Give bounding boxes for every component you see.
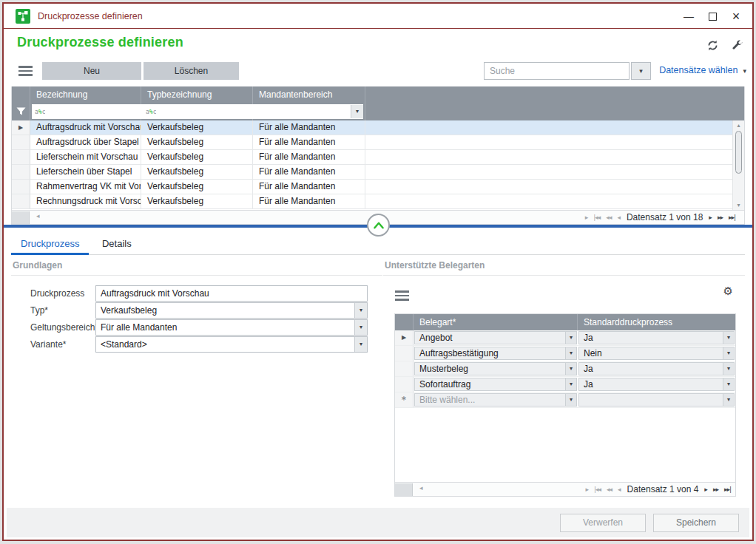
- prev-page-button[interactable]: ◂◂: [606, 214, 611, 221]
- table-row[interactable]: Lieferschein über Stapel Verkaufsbeleg F…: [12, 165, 744, 180]
- maximize-button[interactable]: [701, 4, 724, 29]
- prev-page-button[interactable]: ◂◂: [607, 486, 612, 493]
- titlebar: Druckprozesse definieren — ×: [4, 4, 752, 29]
- column-header-standarddruckprozess[interactable]: Standarddruckprozess: [578, 314, 735, 330]
- scroll-left-icon[interactable]: ◂: [419, 484, 423, 492]
- close-button[interactable]: ×: [724, 4, 748, 29]
- search-options-button[interactable]: ▾: [631, 62, 651, 80]
- last-record-button[interactable]: ▸▸|: [729, 214, 735, 221]
- standarddruckprozess-dropdown[interactable]: Ja▾: [578, 378, 735, 391]
- hscrollbar-thumb[interactable]: [12, 211, 30, 224]
- chevron-down-icon[interactable]: ▾: [565, 347, 576, 359]
- first-record-button[interactable]: |◂◂: [593, 214, 600, 221]
- prev-record-button[interactable]: ◂: [617, 214, 620, 221]
- typ-value: Verkaufsbeleg: [96, 303, 354, 318]
- standarddruckprozess-dropdown[interactable]: Ja▾: [578, 331, 735, 344]
- variante-dropdown[interactable]: <Standard> ▾: [95, 336, 368, 353]
- cell: Für alle Mandanten: [253, 135, 365, 150]
- chevron-down-icon[interactable]: ▾: [723, 332, 734, 344]
- chevron-down-icon[interactable]: ▾: [723, 378, 734, 390]
- belegart-row[interactable]: ▶ Angebot▾ Ja▾: [395, 330, 735, 346]
- autofilter-badge: a%c: [146, 109, 156, 115]
- select-records-dropdown[interactable]: Datensätze wählen▾: [659, 65, 746, 75]
- scroll-left-icon[interactable]: ◂: [36, 212, 40, 220]
- belegart-row[interactable]: Musterbeleg▾ Ja▾: [395, 361, 735, 377]
- druckprozesse-grid: Bezeichnung Typbezeichnung Mandantenbere…: [11, 86, 745, 225]
- new-button[interactable]: Neu: [42, 62, 141, 80]
- chevron-down-icon[interactable]: ▾: [354, 320, 367, 335]
- first-record-button[interactable]: |◂◂: [594, 486, 601, 493]
- belegart-dropdown[interactable]: Sofortauftrag▾: [414, 378, 577, 391]
- belegart-dropdown[interactable]: Musterbeleg▾: [414, 362, 577, 375]
- filter-funnel-cell[interactable]: [12, 103, 30, 120]
- geltungsbereich-dropdown[interactable]: Für alle Mandanten ▾: [95, 319, 368, 336]
- collapse-panel-button[interactable]: [367, 214, 390, 237]
- druckprozess-field[interactable]: Auftragsdruck mit Vorschau: [95, 285, 368, 302]
- select-records-label: Datensätze wählen: [659, 65, 738, 75]
- cell: Verkaufsbeleg: [141, 180, 253, 194]
- belegart-dropdown[interactable]: Angebot▾: [414, 331, 577, 344]
- table-row[interactable]: ▶ Auftragsdruck mit Vorschau Verkaufsbel…: [12, 120, 744, 135]
- hscrollbar-thumb[interactable]: [395, 483, 413, 496]
- chevron-down-icon[interactable]: ▾: [565, 394, 576, 406]
- belegarten-menu-button[interactable]: [395, 290, 409, 301]
- typ-dropdown[interactable]: Verkaufsbeleg ▾: [95, 302, 368, 319]
- scroll-right-icon[interactable]: ▸: [585, 214, 588, 221]
- chevron-down-icon[interactable]: ▾: [723, 394, 734, 406]
- chevron-down-icon[interactable]: ▾: [565, 332, 576, 344]
- column-header-mandantenbereich[interactable]: Mandantenbereich: [253, 86, 365, 103]
- cell: Für alle Mandanten: [253, 120, 365, 135]
- gear-icon[interactable]: ⚙: [723, 285, 733, 298]
- delete-button[interactable]: Löschen: [144, 62, 239, 80]
- chevron-down-icon[interactable]: ▾: [354, 337, 367, 352]
- standarddruckprozess-dropdown[interactable]: Nein▾: [578, 347, 735, 360]
- column-header-typbezeichnung[interactable]: Typbezeichnung: [141, 86, 253, 103]
- belegart-dropdown[interactable]: Auftragsbestätigung▾: [414, 347, 577, 360]
- record-counter: Datensatz 1 von 18: [627, 212, 703, 222]
- table-row[interactable]: Rahmenvertrag VK mit Vor... Verkaufsbele…: [12, 180, 744, 194]
- table-row[interactable]: Rechnungsdruck mit Vorsc... Verkaufsbele…: [12, 194, 744, 209]
- grid-menu-button[interactable]: [18, 66, 33, 76]
- maximize-icon: [709, 13, 717, 21]
- cell: Rechnungsdruck mit Vorsc...: [30, 194, 141, 209]
- next-page-button[interactable]: ▸▸: [713, 486, 718, 493]
- chevron-down-icon[interactable]: ▾: [565, 378, 576, 390]
- belegart-new-row[interactable]: * Bitte wählen...▾ ▾: [395, 392, 735, 408]
- last-record-button[interactable]: ▸▸|: [724, 486, 731, 493]
- chevron-down-icon[interactable]: ▾: [565, 363, 576, 375]
- settings-button[interactable]: [730, 38, 743, 52]
- refresh-icon: [706, 39, 719, 52]
- next-record-button[interactable]: ▸: [709, 214, 712, 221]
- minimize-button[interactable]: —: [677, 4, 701, 29]
- standarddruckprozess-dropdown[interactable]: Ja▾: [578, 362, 735, 375]
- belegart-row[interactable]: Sofortauftrag▾ Ja▾: [395, 377, 735, 392]
- vertical-scrollbar[interactable]: ▴ ▾: [732, 120, 744, 210]
- search-input[interactable]: [484, 62, 630, 80]
- scroll-right-icon[interactable]: ▸: [585, 486, 588, 493]
- autofilter-badge: a%c: [35, 109, 45, 115]
- refresh-button[interactable]: [706, 38, 719, 52]
- belegart-row[interactable]: Auftragsbestätigung▾ Nein▾: [395, 346, 735, 361]
- standarddruckprozess-dropdown[interactable]: ▾: [578, 393, 735, 407]
- table-row[interactable]: Lieferschein mit Vorschau Verkaufsbeleg …: [12, 150, 744, 165]
- tab-druckprozess[interactable]: Druckprozess: [11, 233, 89, 255]
- scrollbar-thumb[interactable]: [735, 131, 742, 174]
- scroll-down-icon[interactable]: ▾: [733, 202, 744, 208]
- prev-record-button[interactable]: ◂: [618, 486, 621, 493]
- tab-details[interactable]: Details: [92, 233, 141, 255]
- next-record-button[interactable]: ▸: [704, 486, 707, 493]
- table-row[interactable]: Auftragsdruck über Stapel Verkaufsbeleg …: [12, 135, 744, 150]
- column-header-belegart[interactable]: Belegart*: [414, 314, 578, 330]
- belegarten-bottom-bar: ◂ ▸ |◂◂ ◂◂ ◂ Datensatz 1 von 4 ▸ ▸▸ ▸▸|: [395, 482, 735, 496]
- cell: Auftragsdruck mit Vorschau: [30, 120, 141, 135]
- filter-dropdown-mandantenbereich[interactable]: ▾: [351, 105, 363, 118]
- belegart-dropdown[interactable]: Bitte wählen...▾: [414, 393, 577, 407]
- next-page-button[interactable]: ▸▸: [718, 214, 723, 221]
- save-button[interactable]: Speichern: [653, 514, 739, 532]
- chevron-down-icon[interactable]: ▾: [723, 363, 734, 375]
- column-header-bezeichnung[interactable]: Bezeichnung: [30, 86, 141, 103]
- chevron-down-icon[interactable]: ▾: [723, 347, 734, 359]
- discard-button[interactable]: Verwerfen: [560, 514, 646, 532]
- chevron-down-icon[interactable]: ▾: [354, 303, 367, 318]
- scroll-up-icon[interactable]: ▴: [733, 122, 744, 129]
